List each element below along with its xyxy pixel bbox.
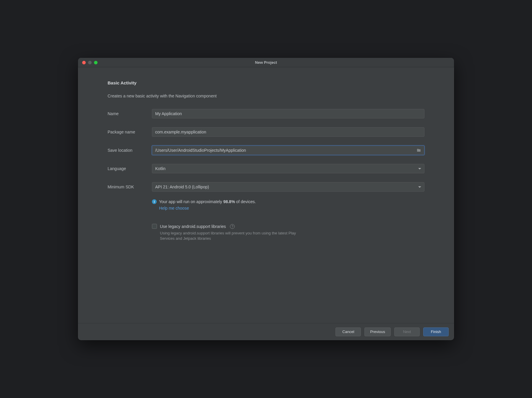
close-window-button[interactable]	[82, 61, 86, 64]
legacy-checkbox[interactable]	[152, 224, 157, 229]
previous-button[interactable]: Previous	[364, 327, 391, 336]
legacy-hint: Using legacy android.support libraries w…	[160, 231, 302, 241]
minsdk-label: Minimum SDK	[108, 185, 152, 189]
cancel-button[interactable]: Cancel	[335, 327, 361, 336]
new-project-dialog: New Project Basic Activity Creates a new…	[78, 58, 454, 340]
dialog-footer: Cancel Previous Next Finish	[78, 323, 454, 340]
minimize-window-button[interactable]	[88, 61, 92, 64]
info-icon: i	[152, 199, 157, 204]
legacy-checkbox-label: Use legacy android.support libraries	[160, 224, 226, 229]
help-icon[interactable]: ?	[230, 224, 235, 229]
legacy-libraries-block: Use legacy android.support libraries ? U…	[152, 224, 424, 241]
package-row: Package name	[108, 127, 424, 137]
window-controls	[78, 61, 98, 64]
maximize-window-button[interactable]	[94, 61, 98, 64]
titlebar: New Project	[78, 58, 454, 67]
package-input[interactable]	[152, 127, 424, 137]
device-coverage-info: i Your app will run on approximately 98.…	[152, 199, 424, 211]
chevron-down-icon	[418, 186, 421, 188]
coverage-text: Your app will run on approximately 98.8%…	[159, 199, 256, 204]
name-row: Name	[108, 109, 424, 118]
help-me-choose-link[interactable]: Help me choose	[159, 206, 189, 211]
language-label: Language	[108, 166, 152, 171]
finish-button[interactable]: Finish	[423, 327, 449, 336]
language-row: Language Kotlin	[108, 164, 424, 173]
chevron-down-icon	[418, 168, 421, 169]
page-description: Creates a new basic activity with the Na…	[108, 94, 424, 98]
dialog-content: Basic Activity Creates a new basic activ…	[78, 67, 454, 323]
location-row: Save location	[108, 146, 424, 155]
name-label: Name	[108, 111, 152, 116]
window-title: New Project	[78, 60, 454, 65]
browse-folder-icon[interactable]	[416, 148, 421, 152]
location-label: Save location	[108, 148, 152, 153]
minsdk-row: Minimum SDK API 21: Android 5.0 (Lollipo…	[108, 182, 424, 192]
minsdk-select[interactable]: API 21: Android 5.0 (Lollipop)	[152, 182, 424, 192]
name-input[interactable]	[152, 109, 424, 118]
page-heading: Basic Activity	[108, 80, 424, 85]
language-select[interactable]: Kotlin	[152, 164, 424, 173]
package-label: Package name	[108, 130, 152, 134]
next-button: Next	[394, 327, 420, 336]
location-input[interactable]	[152, 146, 424, 155]
minsdk-value: API 21: Android 5.0 (Lollipop)	[155, 185, 209, 189]
language-value: Kotlin	[155, 166, 166, 171]
